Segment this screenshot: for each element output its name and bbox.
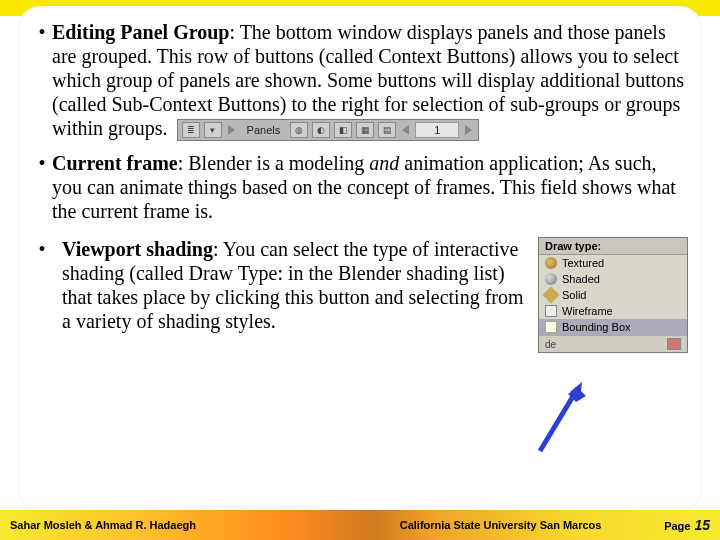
bullet-2-head: Current frame — [52, 152, 178, 174]
shaded-icon — [545, 273, 557, 285]
textured-icon — [545, 257, 557, 269]
footer-page: Page 15 — [664, 517, 710, 533]
bullet-3-head: Viewport shading — [62, 238, 213, 260]
drawtype-label: Textured — [562, 257, 604, 269]
context-edit-icon[interactable]: ▦ — [356, 122, 374, 138]
slide: • Editing Panel Group: The bottom window… — [0, 0, 720, 540]
context-object-icon[interactable]: ◧ — [334, 122, 352, 138]
drawtype-label: Shaded — [562, 273, 600, 285]
bullet-2-italic: and — [369, 152, 399, 174]
panels-label: Panels — [241, 118, 287, 142]
drawtype-item-boundingbox[interactable]: Bounding Box — [539, 319, 687, 335]
drawtype-item-textured[interactable]: Textured — [539, 255, 687, 271]
svg-line-0 — [540, 388, 578, 451]
bullet-1-head: Editing Panel Group — [52, 21, 229, 43]
bullet-marker: • — [32, 20, 52, 141]
context-globe-icon[interactable]: ◍ — [290, 122, 308, 138]
boundingbox-icon — [545, 321, 557, 333]
frame-next-icon[interactable] — [465, 125, 472, 135]
bullet-2: • Current frame: Blender is a modeling a… — [32, 151, 688, 223]
svg-marker-1 — [568, 388, 586, 402]
drawtype-item-wireframe[interactable]: Wireframe — [539, 303, 687, 319]
bullet-1-text: Editing Panel Group: The bottom window d… — [52, 20, 688, 141]
footer-page-label: Page — [664, 520, 690, 532]
drawtype-label: Bounding Box — [562, 321, 631, 333]
bullet-3-text: Viewport shading: You can select the typ… — [62, 237, 528, 333]
frame-number-field[interactable]: 1 — [415, 122, 459, 138]
drawtype-title: Draw type: — [539, 238, 687, 255]
content-panel: • Editing Panel Group: The bottom window… — [18, 6, 702, 512]
solid-icon — [543, 287, 560, 304]
drawtype-bottom-label: de — [545, 339, 556, 350]
drawtype-bottom-bar: de — [539, 335, 687, 352]
context-shading-icon[interactable]: ◐ — [312, 122, 330, 138]
drawtype-item-solid[interactable]: Solid — [539, 287, 687, 303]
footer-authors: Sahar Mosleh & Ahmad R. Hadaegh — [10, 519, 337, 531]
svg-marker-2 — [570, 382, 582, 400]
footer-university: California State University San Marcos — [337, 519, 664, 531]
wireframe-icon — [545, 305, 557, 317]
context-script-icon[interactable]: ▤ — [378, 122, 396, 138]
bullet-marker: • — [32, 237, 52, 261]
panel-dropdown-icon[interactable]: ▾ — [204, 122, 222, 138]
panel-expand-icon[interactable] — [228, 125, 235, 135]
frame-prev-icon[interactable] — [402, 125, 409, 135]
bullet-2-pre: : Blender is a modeling — [178, 152, 370, 174]
bullet-marker: • — [32, 151, 52, 223]
drawtype-menu: Draw type: Textured Shaded Solid Wirefra… — [538, 237, 688, 353]
footer-bar: Sahar Mosleh & Ahmad R. Hadaegh Californ… — [0, 510, 720, 540]
bullet-3: • Viewport shading: You can select the t… — [32, 237, 688, 353]
panels-toolbar: ≣ ▾ Panels ◍ ◐ ◧ ▦ ▤ 1 — [177, 119, 480, 141]
bullet-2-text: Current frame: Blender is a modeling and… — [52, 151, 688, 223]
drawtype-label: Solid — [562, 289, 586, 301]
footer-page-number: 15 — [694, 517, 710, 533]
drawtype-label: Wireframe — [562, 305, 613, 317]
pointer-arrow-icon — [530, 376, 590, 456]
drawtype-item-shaded[interactable]: Shaded — [539, 271, 687, 287]
drawtype-button-icon[interactable] — [667, 338, 681, 350]
panel-split-icon[interactable]: ≣ — [182, 122, 200, 138]
bullet-1: • Editing Panel Group: The bottom window… — [32, 20, 688, 141]
